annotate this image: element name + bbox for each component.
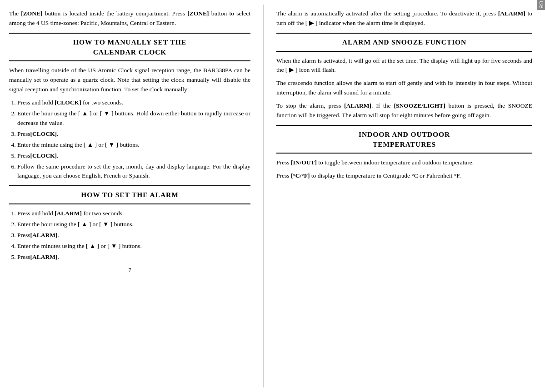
- list-item: Enter the minute using the [ ▲ ] or [ ▼ …: [17, 140, 250, 150]
- divider-4-top: [276, 125, 532, 126]
- list-item: Press[ALARM].: [17, 231, 250, 240]
- list-item: Follow the same procedure to set the yea…: [17, 162, 250, 181]
- section4-p1: Press [IN/OUT] to toggle between indoor …: [276, 158, 532, 168]
- divider-2-bottom: [9, 203, 250, 204]
- section1-title: HOW TO MANUALLY SET THE CALENDAR CLOCK: [9, 37, 250, 57]
- divider-3-top: [276, 33, 532, 34]
- list-item: Press and hold [CLOCK] for two seconds.: [17, 98, 250, 108]
- divider-1-top: [9, 33, 250, 34]
- section4-title: INDOOR AND OUTDOOR TEMPERATURES: [276, 129, 532, 149]
- section1-intro: When travelling outside of the US Atomic…: [9, 66, 250, 94]
- divider-4-bottom: [276, 153, 532, 154]
- list-item: Press and hold [ALARM] for two seconds.: [17, 209, 250, 218]
- corner-badge: GB: [537, 0, 545, 10]
- divider-1-bottom: [9, 60, 250, 61]
- right-column: The alarm is automatically activated aft…: [264, 5, 545, 387]
- divider-2-top: [9, 185, 250, 186]
- section2-steps: Press and hold [ALARM] for two seconds. …: [17, 209, 250, 262]
- section1-steps: Press and hold [CLOCK] for two seconds. …: [17, 98, 250, 181]
- zone-bold2: [ZONE]: [187, 10, 209, 17]
- zone-bold: [ZONE]: [21, 10, 42, 17]
- list-item: Press[CLOCK].: [17, 129, 250, 139]
- list-item: Enter the minutes using the [ ▲ ] or [ ▼…: [17, 242, 250, 251]
- section3-p3: To stop the alarm, press [ALARM]. If the…: [276, 101, 532, 120]
- list-item: Enter the hour using the [ ▲ ] or [ ▼ ] …: [17, 220, 250, 229]
- intro-paragraph: The [ZONE] button is located inside the …: [9, 9, 250, 28]
- page-number: 7: [9, 267, 250, 274]
- divider-3-bottom: [276, 51, 532, 52]
- alarm-continued: The alarm is automatically activated aft…: [276, 9, 532, 28]
- list-item: Press[ALARM].: [17, 253, 250, 262]
- page: GB The [ZONE] button is located inside t…: [0, 0, 545, 392]
- section3-title: ALARM AND SNOOZE FUNCTION: [276, 37, 532, 47]
- section4-p2: Press [°C/°F] to display the temperature…: [276, 171, 532, 181]
- list-item: Enter the hour using the [ ▲ ] or [ ▼ ] …: [17, 109, 250, 128]
- section2-title: HOW TO SET THE ALARM: [9, 190, 250, 200]
- section3-p1: When the alarm is activated, it will go …: [276, 56, 532, 75]
- left-column: The [ZONE] button is located inside the …: [0, 5, 264, 387]
- list-item: Press[CLOCK].: [17, 151, 250, 161]
- section3-p2: The crescendo function allows the alarm …: [276, 79, 532, 98]
